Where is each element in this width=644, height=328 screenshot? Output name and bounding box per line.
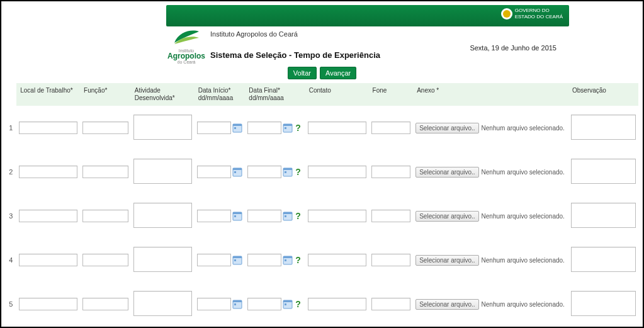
funcao-input[interactable] (82, 166, 128, 178)
data-final-input[interactable] (247, 166, 281, 178)
local-input[interactable] (19, 210, 77, 222)
file-upload: Selecionar arquivo.. Nenhum arquivo sele… (415, 167, 566, 178)
calendar-icon[interactable] (283, 167, 293, 177)
row-number: 3 (6, 194, 16, 238)
fone-input[interactable] (371, 122, 411, 134)
data-inicio-input[interactable] (197, 166, 231, 178)
data-final-input[interactable] (247, 254, 281, 266)
observacao-input[interactable] (571, 291, 636, 316)
data-final-input[interactable] (247, 210, 281, 222)
top-banner: GOVERNO DO ESTADO DO CEARÁ (166, 5, 569, 26)
fone-input[interactable] (371, 298, 411, 310)
file-upload: Selecionar arquivo.. Nenhum arquivo sele… (415, 123, 566, 133)
contato-input[interactable] (308, 298, 366, 310)
col-data-final: Data Final*dd/mm/aaaa (245, 83, 305, 106)
voltar-button[interactable]: Voltar (288, 67, 317, 79)
col-fone: Fone (369, 83, 414, 106)
help-icon[interactable]: ? (294, 123, 302, 133)
fone-input[interactable] (371, 254, 411, 266)
file-upload: Selecionar arquivo.. Nenhum arquivo sele… (415, 255, 566, 266)
svg-rect-8 (234, 171, 236, 173)
calendar-icon[interactable] (232, 167, 242, 177)
data-inicio-input[interactable] (197, 298, 231, 310)
file-select-button[interactable]: Selecionar arquivo.. (415, 255, 478, 266)
file-select-button[interactable]: Selecionar arquivo.. (415, 123, 478, 133)
calendar-icon[interactable] (283, 299, 293, 309)
data-final-input[interactable] (247, 122, 281, 134)
avancar-button[interactable]: Avançar (320, 67, 356, 79)
col-anexo: Anexo * (413, 83, 568, 106)
row-number: 2 (6, 150, 16, 194)
fone-input[interactable] (371, 210, 411, 222)
svg-rect-14 (234, 215, 236, 217)
experience-table: Local de Trabalho* Função* Atividade Des… (6, 83, 638, 326)
help-icon[interactable]: ? (294, 211, 302, 221)
local-input[interactable] (19, 122, 77, 134)
current-date: Sexta, 19 de Junho de 2015 (470, 44, 556, 52)
file-select-button[interactable]: Selecionar arquivo.. (415, 211, 478, 222)
observacao-input[interactable] (571, 203, 636, 228)
sub-header: Instituto Agropolos do Ceará Instituto A… (166, 26, 569, 64)
institute-name: Instituto Agropolos do Ceará (210, 30, 569, 38)
svg-rect-23 (285, 259, 286, 261)
fone-input[interactable] (371, 166, 411, 178)
calendar-icon[interactable] (283, 255, 293, 265)
file-select-button[interactable]: Selecionar arquivo.. (415, 299, 478, 310)
table-row: 4 ? Selecionar arquivo. (6, 238, 638, 282)
calendar-icon[interactable] (283, 123, 293, 133)
svg-rect-28 (283, 300, 292, 302)
funcao-input[interactable] (82, 210, 128, 222)
help-icon[interactable]: ? (294, 299, 302, 309)
svg-rect-11 (285, 171, 286, 173)
atividade-input[interactable] (133, 291, 192, 316)
svg-rect-5 (285, 127, 286, 129)
gov-text: GOVERNO DO ESTADO DO CEARÁ (515, 8, 563, 20)
svg-rect-29 (285, 303, 286, 305)
row-number: 4 (6, 238, 16, 282)
calendar-icon[interactable] (232, 299, 242, 309)
table-row: 5 ? Selecionar arquivo. (6, 282, 638, 326)
table-row: 1 ? Selecionar arquivo. (6, 106, 638, 150)
page-title: Sistema de Seleção - Tempo de Experiênci… (210, 50, 569, 60)
svg-rect-2 (234, 127, 236, 129)
funcao-input[interactable] (82, 254, 128, 266)
gov-brand: GOVERNO DO ESTADO DO CEARÁ (501, 8, 563, 20)
data-final-input[interactable] (247, 298, 281, 310)
local-input[interactable] (19, 254, 77, 266)
calendar-icon[interactable] (232, 123, 242, 133)
calendar-icon[interactable] (232, 255, 242, 265)
funcao-input[interactable] (82, 122, 128, 134)
contato-input[interactable] (308, 210, 366, 222)
atividade-input[interactable] (133, 159, 192, 184)
help-icon[interactable]: ? (294, 255, 302, 265)
contato-input[interactable] (308, 166, 366, 178)
contato-input[interactable] (308, 122, 366, 134)
svg-rect-22 (283, 256, 292, 258)
help-icon[interactable]: ? (294, 167, 302, 177)
gov-seal-icon (501, 8, 512, 20)
logo-text: Instituto Agropolos do Ceará (166, 48, 206, 65)
col-funcao: Função* (80, 83, 131, 106)
observacao-input[interactable] (571, 159, 636, 184)
funcao-input[interactable] (82, 298, 128, 310)
file-select-button[interactable]: Selecionar arquivo.. (415, 167, 478, 178)
atividade-input[interactable] (133, 247, 192, 272)
svg-rect-4 (283, 124, 292, 126)
row-number: 1 (6, 106, 16, 150)
file-status: Nenhum arquivo selecionado. (482, 213, 565, 220)
data-inicio-input[interactable] (197, 122, 231, 134)
data-inicio-input[interactable] (197, 210, 231, 222)
observacao-input[interactable] (571, 247, 636, 272)
svg-rect-16 (283, 212, 292, 214)
file-status: Nenhum arquivo selecionado. (482, 257, 565, 264)
atividade-input[interactable] (133, 203, 192, 228)
local-input[interactable] (19, 298, 77, 310)
contato-input[interactable] (308, 254, 366, 266)
calendar-icon[interactable] (283, 211, 293, 221)
calendar-icon[interactable] (232, 211, 242, 221)
data-inicio-input[interactable] (197, 254, 231, 266)
logo: Instituto Agropolos do Ceará (166, 28, 206, 65)
local-input[interactable] (19, 166, 77, 178)
atividade-input[interactable] (133, 115, 192, 140)
observacao-input[interactable] (571, 115, 636, 140)
